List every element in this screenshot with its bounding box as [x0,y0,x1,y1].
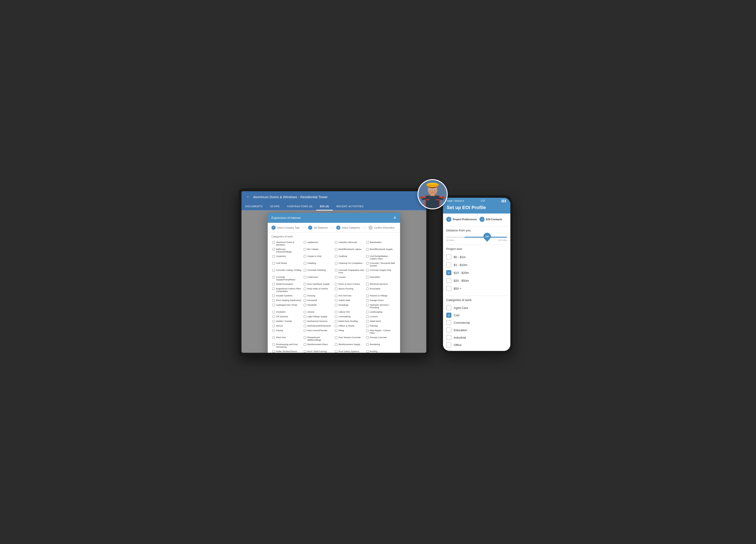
category-checkbox-item[interactable]: Offices & Sheds [334,324,365,328]
category-checkbox-item[interactable]: Engineered Carbon Fibre Composites [271,286,303,293]
work-category-checkbox[interactable] [446,305,451,310]
category-checkbox-item[interactable]: Pipe Repair - Carbon Fibre [365,328,397,335]
category-checkbox-item[interactable]: Joinery [303,310,334,314]
category-checkbox-item[interactable]: Plant Hire [271,335,303,342]
category-checkbox-item[interactable]: Fire Services [334,293,365,298]
project-size-checkbox[interactable] [446,286,451,291]
tab-documents[interactable]: DOCUMENTS [241,203,266,210]
category-checkbox-item[interactable]: Reinforcement Supply [334,342,365,349]
category-checkbox-item[interactable]: Garbage/Linen Chute [271,303,303,309]
tab-contractors[interactable]: CONTRACTORS (4) [283,203,316,210]
category-checkbox-item[interactable]: Asbestos Removal [334,240,365,247]
category-checkbox-item[interactable]: Labour Hire [334,310,365,314]
project-size-checkbox[interactable] [446,270,451,275]
category-checkbox-item[interactable]: Bathroom Fixtures/Fittings [271,247,303,254]
category-checkbox-item[interactable]: Plasterboard Walls/Ceilings [303,335,334,342]
work-category-item[interactable]: Office [446,341,507,348]
category-checkbox-item[interactable]: Coolrooms [303,275,334,281]
category-checkbox-item[interactable]: Prestressing and Post Tensioning [271,342,303,349]
category-checkbox-item[interactable]: Post Tension Concrete [334,335,365,342]
category-checkbox-item[interactable]: Handrails [303,303,334,309]
category-checkbox-item[interactable]: Brick/Blockwork Labour [334,247,365,254]
work-category-item[interactable]: Education [446,326,507,334]
category-checkbox-item[interactable]: Facade Systems [271,293,303,298]
project-size-checkbox[interactable] [446,255,451,260]
category-checkbox-item[interactable]: Piling [334,328,365,335]
category-checkbox-item[interactable]: Marble / Granite [271,319,303,323]
category-checkbox-item[interactable]: Concrete Polishing [303,268,334,274]
tab-scope[interactable]: SCOPE [266,203,283,210]
category-checkbox-item[interactable]: Epoxy Flooring [334,286,365,293]
category-checkbox-item[interactable]: Fencing [303,293,334,298]
category-checkbox-item[interactable]: Balustrades [365,240,397,247]
category-checkbox-item[interactable]: Civil Rehabilitation - Carbon Fibre [365,254,397,261]
category-checkbox-item[interactable]: Concrete / Structural Wall System [365,261,397,268]
work-category-item[interactable]: Industrial [446,334,507,341]
category-checkbox-item[interactable]: Fixtures & Fittings [365,293,397,298]
work-category-checkbox[interactable] [446,342,451,347]
category-checkbox-item[interactable]: Garage Doors [365,298,397,302]
category-checkbox-item[interactable]: Landscaping [365,310,397,314]
category-checkbox-item[interactable]: Light Fittings Supply [303,314,334,319]
category-checkbox-item[interactable]: Carpentry [271,254,303,261]
modal-close-button[interactable]: ✕ [393,216,396,220]
category-checkbox-item[interactable]: Roofing [365,349,397,353]
category-checkbox-item[interactable]: Cladding [303,261,334,268]
category-checkbox-item[interactable]: Metal Work [365,319,397,323]
category-checkbox-item[interactable]: Concrete Supply Only [365,268,397,274]
tab-recent-activities[interactable]: RECENT ACTIVITIES [333,203,367,210]
category-checkbox-item[interactable]: Painting [365,324,397,328]
work-category-checkbox[interactable] [446,350,451,351]
category-checkbox-item[interactable]: Bin / Waste [303,247,334,254]
category-checkbox-item[interactable]: Civil Works [271,261,303,268]
category-checkbox-item[interactable]: Metal Deck Roofing [334,319,365,323]
category-checkbox-item[interactable]: Cleaning On Completion [334,261,365,268]
category-checkbox-item[interactable]: Paving [271,328,303,335]
category-checkbox-item[interactable]: Precast Concrete [365,335,397,342]
category-checkbox-item[interactable]: Hoardings [334,303,365,309]
category-checkbox-item[interactable]: Entry Mats & Frames [303,286,334,293]
category-checkbox-item[interactable]: Door Hardware Supply [303,282,334,286]
category-checkbox-item[interactable]: Mechanical Services [303,319,334,323]
category-checkbox-item[interactable]: Floor Heating (Hydronics) [271,298,303,302]
category-checkbox-item[interactable]: Lift Services [271,314,303,319]
work-category-checkbox[interactable] [446,335,451,340]
category-checkbox-item[interactable]: Mirrors [271,324,303,328]
work-category-checkbox[interactable] [446,312,451,318]
category-checkbox-item[interactable]: Pest Control/Termite [303,328,334,335]
category-checkbox-item[interactable]: Appliances [303,240,334,247]
category-checkbox-item[interactable]: Electrical Services [365,282,397,286]
work-category-item[interactable]: Residential [446,348,507,351]
category-checkbox-item[interactable]: Demolition [365,275,397,281]
project-size-item[interactable]: $20 - $50m [446,276,507,284]
work-category-checkbox[interactable] [446,320,451,325]
project-size-checkbox[interactable] [446,262,451,268]
category-checkbox-item[interactable]: Noticeboards/Pinboards [303,324,334,328]
project-size-item[interactable]: $1 - $10m [446,261,507,269]
project-size-item[interactable]: $10 - $20m [446,269,507,276]
category-checkbox-item[interactable]: Formwork [303,298,334,302]
tab-eoi[interactable]: EOI (0) [316,203,333,210]
work-category-item[interactable]: Civil [446,311,507,319]
back-button[interactable]: ← [246,195,250,199]
category-checkbox-item[interactable]: Detail Excavation [271,282,303,286]
project-size-item[interactable]: $50 + [446,284,507,292]
category-checkbox-item[interactable]: Reinforcement Place [303,342,334,349]
category-checkbox-item[interactable]: Insulation [271,310,303,314]
category-checkbox-item[interactable]: Hydraulic Services / Plumbing [365,303,397,309]
category-checkbox-item[interactable]: Louvres [365,314,397,319]
category-checkbox-item[interactable]: Roller Shutters/Doors [271,349,303,353]
category-checkbox-item[interactable]: Carpet & Vinyl [303,254,334,261]
category-checkbox-item[interactable]: Rendering [365,342,397,349]
project-size-item[interactable]: $0 - $1m [446,253,507,261]
category-checkbox-item[interactable]: Aluminum Doors & Windows [271,240,303,247]
category-checkbox-item[interactable]: Linemarking [334,314,365,319]
category-checkbox-item[interactable]: Concrete Supply/Pump/Place [271,275,303,281]
work-category-checkbox[interactable] [446,327,451,332]
category-checkbox-item[interactable]: Roof / Wall Framing [303,349,334,353]
category-checkbox-item[interactable]: Caulking [334,254,365,261]
category-checkbox-item[interactable]: Concrete Preparation and Pour [334,268,365,274]
category-checkbox-item[interactable]: Brick/Blockwork Supply [365,247,397,254]
category-checkbox-item[interactable]: Doors & Door Frames [334,282,365,286]
category-checkbox-item[interactable]: Gabon Wall [334,298,365,302]
